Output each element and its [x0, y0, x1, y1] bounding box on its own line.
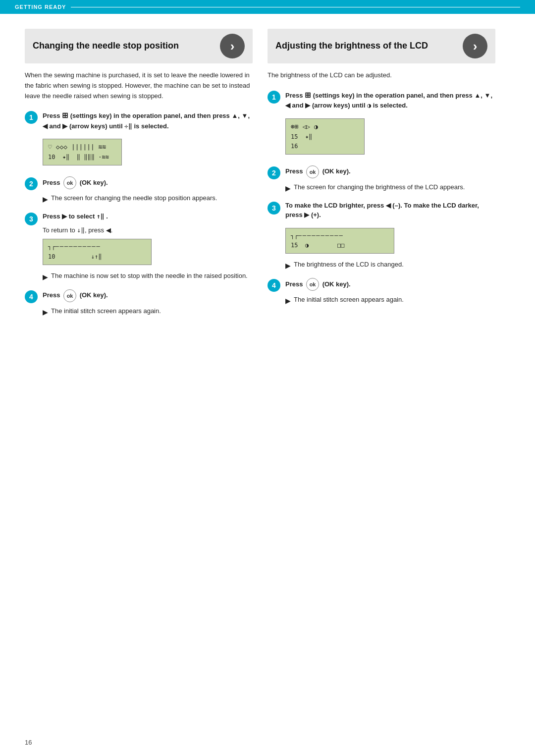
arrow-right-icon-l3: ▶ — [43, 272, 48, 282]
right-step-1-number: 1 — [268, 91, 280, 104]
right-step-4-sub: ▶ The initial stitch screen appears agai… — [285, 295, 495, 306]
left-step-3-number: 3 — [25, 213, 38, 225]
lcd-row-2-text: 10 ✦‖ ‖ ‖‖‖ ·≋≋ — [48, 153, 109, 162]
rlcd2-row-2-text: 15 ◑ □□ — [291, 241, 344, 250]
lcd2-row-2: 10 ↓↑‖ — [48, 252, 146, 262]
right-step-1-content: Press ⊞ (settings key) in the operation … — [285, 90, 495, 159]
right-step-1-instruction: Press ⊞ (settings key) in the operation … — [285, 90, 495, 110]
lcd-row-2: 10 ✦‖ ‖ ‖‖‖ ·≋≋ — [48, 153, 116, 162]
left-lcd-1: ♡ ◇◇◇ |||||| ≋≋ 10 ✦‖ ‖ ‖‖‖ ·≋≋ — [43, 139, 122, 165]
right-step-1: 1 Press ⊞ (settings key) in the operatio… — [268, 90, 495, 159]
chevron-right-icon-r: › — [473, 39, 478, 54]
top-bar: GETTING READY — [0, 0, 535, 14]
ok-icon-l2: ok — [63, 176, 76, 189]
right-section-title: Adjusting the brightness of the LCD — [275, 40, 456, 52]
left-step-3-instruction: Press ▶ to select ↑‖ . — [43, 212, 253, 221]
left-lcd-2: ┐┌────────── 10 ↓↑‖ — [43, 239, 152, 265]
arrow-right-icon-l4: ▶ — [43, 307, 48, 318]
left-step-3-note: To return to ↓‖, press ◀. — [43, 225, 253, 235]
right-step-2-sub: ▶ The screen for changing the brightness… — [285, 182, 495, 194]
left-intro-text: When the sewing machine is purchased, it… — [25, 70, 253, 101]
left-step-3: 3 Press ▶ to select ↑‖ . To return to ↓‖… — [25, 212, 253, 282]
right-step-4-instruction: Press ok (OK key). — [285, 278, 495, 291]
left-section-title: Changing the needle stop position — [33, 40, 213, 52]
left-step-4-number: 4 — [25, 290, 38, 303]
left-step-2-sub-text: The screen for changing the needle stop … — [51, 193, 217, 203]
top-bar-line — [71, 7, 520, 7]
right-step-2-instruction: Press ok (OK key). — [285, 165, 495, 178]
right-step-3: 3 To make the LCD brighter, press ◀ (–).… — [268, 201, 495, 271]
lcd2-row-1: ┐┌────────── — [48, 242, 146, 252]
rlcd-row-2: 15 ✦‖ — [291, 132, 359, 142]
right-step-2: 2 Press ok (OK key). ▶ The screen for ch… — [268, 165, 495, 194]
right-step-3-sub-text: The brightness of the LCD is changed. — [294, 260, 404, 270]
left-step-4-content: Press ok (OK key). ▶ The initial stitch … — [43, 289, 253, 318]
lcd2-row-1-text: ┐┌────────── — [48, 242, 101, 252]
left-step-2-content: Press ok (OK key). ▶ The screen for chan… — [43, 176, 253, 205]
left-step-3-content: Press ▶ to select ↑‖ . To return to ↓‖, … — [43, 212, 253, 282]
right-step-3-content: To make the LCD brighter, press ◀ (–). T… — [285, 201, 495, 271]
right-section-icon: › — [463, 34, 487, 58]
left-step-2: 2 Press ok (OK key). ▶ The screen for ch… — [25, 176, 253, 205]
right-step-4-number: 4 — [268, 279, 280, 292]
left-step-4: 4 Press ok (OK key). ▶ The initial stitc… — [25, 289, 253, 318]
right-intro-text: The brightness of the LCD can be adjuste… — [268, 70, 495, 81]
right-step-3-number: 3 — [268, 202, 280, 215]
rlcd-row-3-text: 16 — [291, 142, 298, 151]
chevron-right-icon: › — [230, 39, 235, 54]
left-step-1-number: 1 — [25, 111, 38, 124]
right-step-4-content: Press ok (OK key). ▶ The initial stitch … — [285, 278, 495, 306]
rlcd-row-1-text: ⊛⊞ ◁▷ ◑ — [291, 122, 318, 132]
right-lcd-1: ⊛⊞ ◁▷ ◑ 15 ✦‖ 16 — [285, 118, 365, 155]
rlcd2-row-1-text: ┐┌────────── — [291, 231, 344, 241]
left-column: Changing the needle stop position › When… — [25, 29, 253, 324]
left-step-3-sub-text: The machine is now set to stop with the … — [51, 271, 248, 281]
left-step-1-content: Press ⊞ (settings key) in the operation … — [43, 110, 253, 169]
rlcd-row-2-text: 15 ✦‖ — [291, 132, 312, 142]
rlcd-row-3: 16 — [291, 142, 359, 151]
left-step-2-sub: ▶ The screen for changing the needle sto… — [43, 193, 253, 205]
right-step-3-instruction: To make the LCD brighter, press ◀ (–). T… — [285, 201, 495, 220]
left-step-4-sub-text: The initial stitch screen appears again. — [51, 306, 161, 316]
right-step-2-sub-text: The screen for changing the brightness o… — [294, 182, 465, 192]
lcd2-row-2-text: 10 ↓↑‖ — [48, 252, 102, 262]
right-step-3-sub: ▶ The brightness of the LCD is changed. — [285, 260, 495, 271]
arrow-right-icon-l2: ▶ — [43, 194, 48, 205]
right-step-4-sub-text: The initial stitch screen appears again. — [294, 295, 404, 305]
left-step-1-instruction: Press ⊞ (settings key) in the operation … — [43, 110, 253, 131]
left-step-4-sub: ▶ The initial stitch screen appears agai… — [43, 306, 253, 318]
left-section-icon: › — [220, 34, 245, 58]
right-lcd-2: ┐┌────────── 15 ◑ □□ — [285, 228, 394, 254]
left-step-4-instruction: Press ok (OK key). — [43, 289, 253, 302]
lcd-row-1: ♡ ◇◇◇ |||||| ≋≋ — [48, 142, 116, 153]
rlcd2-row-2: 15 ◑ □□ — [291, 241, 389, 250]
left-step-3-sub: ▶ The machine is now set to stop with th… — [43, 271, 253, 282]
rlcd2-row-1: ┐┌────────── — [291, 231, 389, 241]
page-content: Changing the needle stop position › When… — [0, 14, 535, 339]
left-step-1: 1 Press ⊞ (settings key) in the operatio… — [25, 110, 253, 169]
arrow-right-icon-r2: ▶ — [285, 183, 291, 194]
left-step-2-number: 2 — [25, 177, 38, 190]
ok-icon-l4: ok — [63, 289, 76, 302]
ok-icon-r4: ok — [306, 278, 319, 291]
arrow-right-icon-r4: ▶ — [285, 296, 291, 306]
page-footer: 16 — [25, 739, 32, 746]
lcd-row-1-text: ♡ ◇◇◇ |||||| ≋≋ — [48, 142, 106, 153]
rlcd-row-1: ⊛⊞ ◁▷ ◑ — [291, 122, 359, 132]
right-column: Adjusting the brightness of the LCD › Th… — [268, 29, 495, 324]
left-section-header: Changing the needle stop position › — [25, 29, 253, 63]
ok-icon-r2: ok — [306, 165, 319, 178]
arrow-right-icon-r3: ▶ — [285, 261, 291, 271]
left-step-2-instruction: Press ok (OK key). — [43, 176, 253, 189]
right-step-2-number: 2 — [268, 166, 280, 179]
top-bar-label: GETTING READY — [15, 4, 66, 10]
right-section-header: Adjusting the brightness of the LCD › — [268, 29, 495, 63]
page-number: 16 — [25, 739, 32, 746]
right-step-2-content: Press ok (OK key). ▶ The screen for chan… — [285, 165, 495, 194]
right-step-4: 4 Press ok (OK key). ▶ The initial stitc… — [268, 278, 495, 306]
